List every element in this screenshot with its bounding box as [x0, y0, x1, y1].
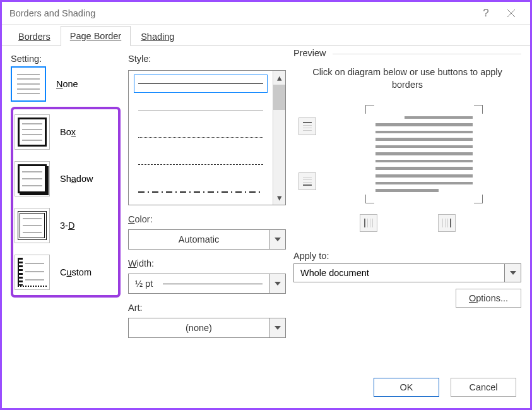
- color-label: Color:: [128, 214, 286, 224]
- svg-rect-4: [303, 128, 312, 128]
- chevron-down-icon: [269, 274, 285, 293]
- style-scrollbar[interactable]: ▴ ▾: [273, 71, 285, 205]
- color-value: Automatic: [129, 230, 269, 249]
- tab-shading[interactable]: Shading: [132, 27, 183, 46]
- border-right-icon: [442, 218, 452, 228]
- tab-page-border[interactable]: Page Border: [61, 26, 131, 46]
- close-button[interactable]: [499, 4, 524, 23]
- setting-box[interactable]: Box: [15, 114, 117, 150]
- border-top-icon: [302, 121, 312, 131]
- setting-custom-label: Custom: [60, 267, 92, 277]
- border-bottom-button[interactable]: [299, 172, 316, 190]
- options-button[interactable]: Options...: [456, 289, 521, 308]
- setting-custom[interactable]: Custom: [15, 255, 117, 290]
- setting-custom-thumb: [15, 255, 50, 290]
- svg-rect-6: [303, 184, 312, 186]
- art-value: (none): [129, 318, 269, 337]
- width-preview-line: [163, 284, 263, 284]
- chevron-down-icon: [269, 230, 285, 249]
- tab-bar: Borders Page Border Shading: [2, 25, 530, 46]
- border-left-button[interactable]: [360, 214, 377, 232]
- svg-rect-17: [447, 219, 448, 227]
- setting-none-thumb: [11, 66, 46, 102]
- apply-to-value: Whole document: [294, 264, 504, 282]
- setting-3d-label: 3-D: [60, 220, 74, 231]
- svg-rect-7: [303, 177, 312, 178]
- ok-button[interactable]: OK: [374, 378, 439, 397]
- close-icon: [507, 9, 516, 18]
- titlebar: Borders and Shading ?: [2, 2, 530, 25]
- preview-diagram[interactable]: [326, 99, 521, 209]
- style-option-solid[interactable]: [134, 75, 268, 93]
- style-option-dash-med[interactable]: [134, 155, 268, 174]
- svg-rect-10: [364, 219, 365, 227]
- art-label: Art:: [128, 303, 286, 313]
- chevron-down-icon: [504, 264, 521, 282]
- svg-rect-2: [303, 122, 312, 123]
- style-option-dashdot[interactable]: [134, 183, 268, 201]
- width-value: ½ pt: [135, 279, 153, 289]
- setting-label: Setting:: [11, 54, 121, 64]
- style-option-thin[interactable]: [134, 102, 268, 120]
- scroll-down-icon[interactable]: ▾: [273, 191, 285, 205]
- style-option-dash-small[interactable]: [134, 129, 268, 147]
- setting-none[interactable]: None: [11, 66, 121, 102]
- setting-3d-thumb: [15, 208, 50, 243]
- help-button[interactable]: ?: [473, 4, 499, 23]
- tab-borders[interactable]: Borders: [9, 27, 59, 46]
- setting-box-label: Box: [60, 127, 76, 137]
- svg-rect-15: [442, 219, 443, 227]
- setting-3d[interactable]: 3-D: [15, 208, 117, 243]
- preview-hint: Click on diagram below or use buttons to…: [306, 66, 509, 92]
- setting-none-label: None: [56, 79, 78, 89]
- style-listbox[interactable]: ▴ ▾: [128, 70, 286, 205]
- width-label: Width:: [128, 258, 286, 268]
- setting-box-thumb: [15, 114, 50, 150]
- svg-rect-8: [303, 179, 312, 180]
- setting-group-highlight: Box Shadow 3-D: [11, 107, 121, 298]
- svg-rect-14: [450, 219, 451, 227]
- setting-shadow-label: Shadow: [60, 174, 93, 184]
- svg-rect-16: [445, 219, 446, 227]
- preview-label: Preview: [293, 48, 333, 58]
- apply-to-label: Apply to:: [293, 251, 521, 261]
- style-label: Style:: [128, 54, 286, 64]
- scroll-up-icon[interactable]: ▴: [273, 71, 285, 85]
- border-left-icon: [364, 218, 374, 228]
- svg-rect-9: [303, 182, 312, 183]
- width-dropdown[interactable]: ½ pt: [128, 274, 286, 294]
- cancel-button[interactable]: Cancel: [451, 378, 516, 397]
- color-dropdown[interactable]: Automatic: [128, 229, 286, 250]
- apply-to-dropdown[interactable]: Whole document: [293, 263, 521, 282]
- svg-rect-5: [303, 130, 312, 131]
- border-top-button[interactable]: [299, 118, 316, 135]
- setting-shadow[interactable]: Shadow: [15, 161, 117, 196]
- art-dropdown[interactable]: (none): [128, 318, 286, 338]
- dialog-title: Borders and Shading: [9, 8, 473, 18]
- setting-shadow-thumb: [15, 161, 50, 196]
- border-bottom-icon: [302, 176, 312, 186]
- chevron-down-icon: [269, 318, 285, 337]
- svg-rect-12: [370, 219, 370, 227]
- svg-rect-13: [372, 219, 373, 227]
- border-right-button[interactable]: [438, 214, 456, 232]
- svg-rect-11: [367, 219, 368, 227]
- svg-rect-3: [303, 125, 312, 126]
